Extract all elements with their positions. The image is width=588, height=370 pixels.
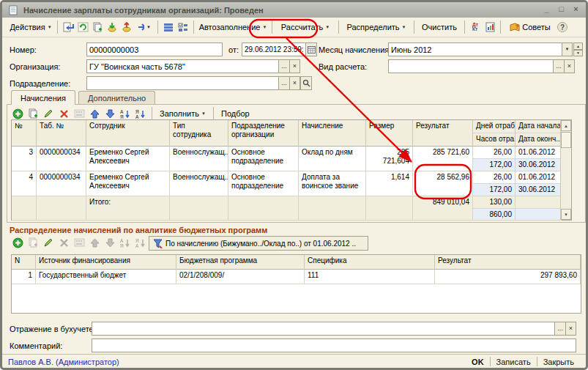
end-edit-icon[interactable] [72,236,86,249]
table-scrollbar[interactable]: ▲ ▼ [560,120,571,220]
scroll-down-icon[interactable]: ▼ [561,209,571,220]
help-icon[interactable]: ? [557,22,567,32]
department-input[interactable] [86,76,279,90]
add-row-icon[interactable] [11,236,24,249]
cell-employee[interactable]: Еременко Сергей Алексеевич [86,147,170,171]
cell-tab-no[interactable]: 0000000034 [37,171,86,196]
add-row-icon[interactable] [11,107,24,120]
cell-emp-type[interactable]: Военнослужащ... [170,147,228,171]
table-row: 3 0000000034 Еременко Сергей Алексеевич … [12,147,571,171]
accrual-month-input[interactable] [388,42,562,56]
minimize-button[interactable]: _ [541,5,552,15]
list-settings-icon[interactable] [162,21,175,34]
close-form-button[interactable]: Закрыть [537,358,580,366]
delete-row-icon[interactable] [57,107,70,120]
sort-asc-icon[interactable]: АЯ [119,107,132,120]
org-clear-icon[interactable]: × [289,59,300,73]
tab-accruals[interactable]: Начисления [11,90,75,105]
end-edit-icon[interactable] [72,107,86,120]
spin-down-icon[interactable]: ▼ [573,50,583,57]
advice-button[interactable]: ? Советы [505,20,556,34]
spin-up-icon[interactable]: ▲ [573,42,583,50]
distribute-button[interactable]: Распределить▼ [343,20,410,34]
move-up-icon[interactable] [88,107,101,120]
comment-input[interactable] [92,338,576,352]
dept-search-icon[interactable] [300,76,312,90]
sort-desc-icon[interactable]: ЯА [134,107,147,120]
scroll-up-icon[interactable]: ▲ [561,120,571,131]
list-check-icon[interactable] [176,21,190,34]
cell-result2[interactable]: 297 893,60 [435,270,581,284]
actions-button[interactable]: Действия▼ [8,20,53,34]
calc-kind-input[interactable] [388,59,554,73]
cell-accrual[interactable]: Доплата за воинское звание [299,171,366,196]
cell-tab-no[interactable]: 0000000034 [37,147,86,171]
document-window: Начисление зарплаты сотрудникам организа… [0,0,588,370]
sort-asc-icon[interactable]: АЯ [119,236,132,249]
dept-clear-icon[interactable]: × [289,76,300,90]
cell-emp-type[interactable]: Военнослужащ... [170,171,228,196]
copy-new-icon[interactable] [91,21,104,34]
reflection-select-button[interactable]: ... [554,322,566,336]
edit-row-icon[interactable] [42,107,55,120]
cell-program[interactable]: 02/1/208/009/ [176,270,305,284]
maximize-button[interactable]: □ [556,5,567,15]
dtkt-posting-icon[interactable]: ДтКт [469,21,482,34]
cell-employee[interactable]: Еременко Сергей Алексеевич [86,171,170,196]
svg-text:?: ? [516,24,518,29]
save-button[interactable]: Записать [491,358,537,366]
delete-row-icon[interactable] [57,236,70,249]
move-down-icon[interactable] [103,236,116,249]
cell-org-dept[interactable]: Основное подразделение [228,171,299,196]
distribution-filter-button[interactable]: По начислению (Бижумано../Оклад по..) от… [149,236,368,251]
import-icon[interactable] [105,21,119,34]
autofill-button[interactable]: Автозаполнение▼ [198,20,268,34]
cell-specifics[interactable]: 111 [305,270,435,284]
cell-org-dept[interactable]: Основное подразделение [228,147,299,171]
dept-select-button[interactable]: ... [278,76,290,90]
cell-size[interactable]: 1,614 [366,171,413,196]
pick-button[interactable]: Подбор [218,106,253,121]
calc-kind-select-button[interactable]: ... [553,59,565,73]
reflection-clear-icon[interactable]: × [565,322,576,336]
cell-dates[interactable]: 01.06.201230.06.2012 [516,147,562,171]
calc-kind-clear-icon[interactable]: × [564,59,575,73]
copy-row-icon[interactable] [26,236,40,249]
cell-dates[interactable]: 01.06.201230.06.2012 [516,171,562,196]
export-icon[interactable] [120,21,133,34]
month-spinner[interactable]: ▲ ▼ [573,42,583,56]
cell-n[interactable]: 1 [12,270,36,284]
cell-result-highlighted[interactable]: 28 562,96 [413,171,473,196]
month-dropdown-icon[interactable]: ▼ [562,42,573,56]
edit-row-icon[interactable] [42,236,55,249]
cell-num[interactable]: 4 [12,171,37,196]
calculate-button[interactable]: Рассчитать▼ [276,20,335,34]
copy-row-icon[interactable] [26,107,40,120]
cell-days-hours[interactable]: 26,00172,00 [473,147,516,171]
number-input[interactable] [86,42,223,56]
org-select-button[interactable]: ... [278,59,290,73]
sort-desc-icon[interactable]: ЯА [134,236,147,249]
fill-button[interactable]: Заполнить▼ [157,106,209,121]
cell-result[interactable]: 285 721,60 [413,147,473,171]
date-input[interactable] [242,42,306,56]
cell-source[interactable]: Государственный бюджет [36,270,176,284]
report-icon[interactable] [483,21,496,34]
tab-additional[interactable]: Дополнительно [78,91,155,105]
move-down-icon[interactable] [103,107,116,120]
clear-button[interactable]: Очистить [418,20,461,34]
move-up-icon[interactable] [88,236,101,249]
reflection-input[interactable] [92,322,555,336]
cell-num[interactable]: 3 [12,147,37,171]
goto-button[interactable]: ▼ [135,20,154,34]
post-document-icon[interactable] [62,21,75,34]
cell-size[interactable]: 285 721,604 [366,147,413,171]
calendar-icon[interactable] [305,42,317,56]
scrollbar-thumb[interactable] [561,132,571,148]
ok-button[interactable]: OK [466,358,490,366]
close-button[interactable]: × [570,5,581,15]
refresh-icon[interactable] [76,21,89,34]
organization-input[interactable] [86,59,279,73]
cell-days-hours[interactable]: 26,00172,00 [473,171,516,196]
cell-accrual[interactable]: Оклад по дням [299,147,366,171]
